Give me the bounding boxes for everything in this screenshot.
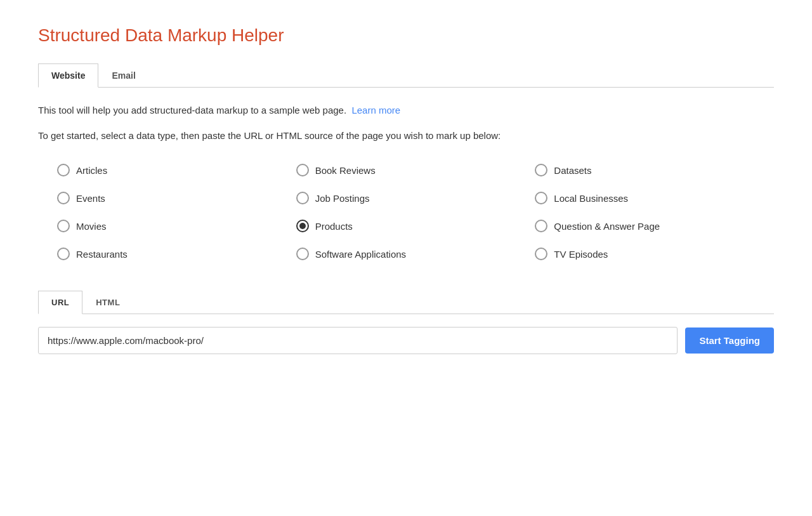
description-text: This tool will help you add structured-d… bbox=[38, 103, 774, 118]
top-tabs-bar: Website Email bbox=[38, 63, 774, 88]
tab-html[interactable]: HTML bbox=[82, 291, 133, 314]
radio-input-products[interactable] bbox=[296, 220, 309, 232]
radio-job-postings[interactable]: Job Postings bbox=[296, 192, 535, 204]
radio-input-book-reviews[interactable] bbox=[296, 164, 309, 176]
radio-articles[interactable]: Articles bbox=[57, 164, 296, 176]
tab-url[interactable]: URL bbox=[38, 291, 82, 314]
radio-software-applications[interactable]: Software Applications bbox=[296, 248, 535, 260]
page-title: Structured Data Markup Helper bbox=[38, 25, 774, 46]
radio-question-answer[interactable]: Question & Answer Page bbox=[535, 220, 774, 232]
tab-email[interactable]: Email bbox=[98, 63, 148, 88]
url-input[interactable] bbox=[38, 327, 678, 354]
radio-events[interactable]: Events bbox=[57, 192, 296, 204]
radio-book-reviews[interactable]: Book Reviews bbox=[296, 164, 535, 176]
radio-input-datasets[interactable] bbox=[535, 164, 547, 176]
radio-input-articles[interactable] bbox=[57, 164, 70, 176]
radio-input-events[interactable] bbox=[57, 192, 70, 204]
radio-input-tv-episodes[interactable] bbox=[535, 248, 547, 260]
radio-input-movies[interactable] bbox=[57, 220, 70, 232]
radio-movies[interactable]: Movies bbox=[57, 220, 296, 232]
url-tabs-bar: URL HTML bbox=[38, 291, 774, 314]
radio-input-restaurants[interactable] bbox=[57, 248, 70, 260]
data-types-grid: Articles Book Reviews Datasets Events Jo… bbox=[38, 164, 774, 260]
radio-datasets[interactable]: Datasets bbox=[535, 164, 774, 176]
radio-tv-episodes[interactable]: TV Episodes bbox=[535, 248, 774, 260]
radio-restaurants[interactable]: Restaurants bbox=[57, 248, 296, 260]
radio-local-businesses[interactable]: Local Businesses bbox=[535, 192, 774, 204]
url-input-row: Start Tagging bbox=[38, 327, 774, 354]
radio-input-question-answer[interactable] bbox=[535, 220, 547, 232]
tab-website[interactable]: Website bbox=[38, 63, 98, 88]
radio-products[interactable]: Products bbox=[296, 220, 535, 232]
radio-input-software-applications[interactable] bbox=[296, 248, 309, 260]
radio-input-job-postings[interactable] bbox=[296, 192, 309, 204]
radio-input-local-businesses[interactable] bbox=[535, 192, 547, 204]
learn-more-link[interactable]: Learn more bbox=[351, 105, 400, 116]
instruction-text: To get started, select a data type, then… bbox=[38, 128, 774, 143]
start-tagging-button[interactable]: Start Tagging bbox=[685, 327, 774, 354]
